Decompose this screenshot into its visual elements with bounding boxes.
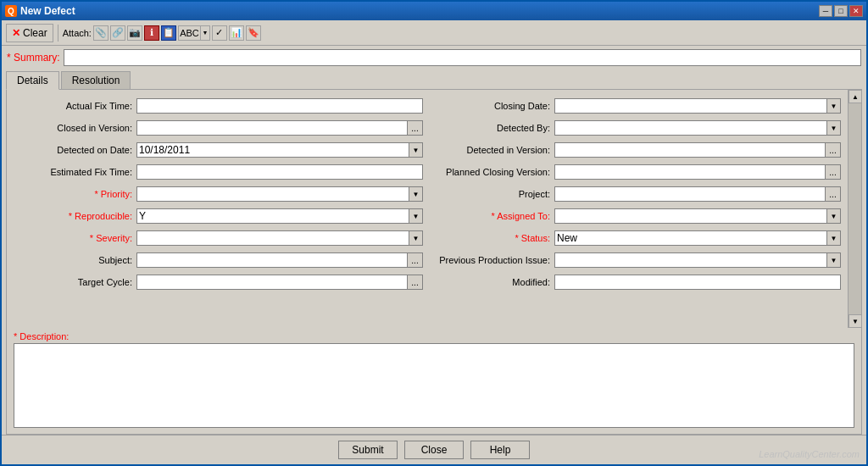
subject-input[interactable] bbox=[136, 252, 408, 268]
project-btn[interactable]: ... bbox=[826, 186, 841, 202]
check-icon[interactable]: ✓ bbox=[212, 25, 227, 41]
watermark: LearnQualityCenter.com bbox=[759, 449, 860, 459]
tab-resolution[interactable]: Resolution bbox=[61, 71, 131, 89]
detected-by-arrow[interactable]: ▼ bbox=[827, 120, 841, 136]
subject-field: ... bbox=[136, 252, 423, 268]
project-input[interactable] bbox=[554, 186, 826, 202]
clear-label: Clear bbox=[23, 27, 47, 39]
fields-outer: Actual Fix Time: Closed in Version: ... bbox=[7, 90, 861, 328]
target-cycle-btn[interactable]: ... bbox=[408, 275, 423, 290]
previous-production-issue-label: Previous Production Issue: bbox=[431, 255, 554, 265]
reproducible-select[interactable]: Y bbox=[136, 208, 409, 224]
tab-details[interactable]: Details bbox=[6, 71, 59, 90]
planned-closing-version-input[interactable] bbox=[554, 164, 826, 180]
summary-label: * Summary: bbox=[7, 52, 60, 64]
severity-arrow[interactable]: ▼ bbox=[409, 230, 423, 246]
subject-row: Subject: ... bbox=[14, 251, 423, 269]
severity-select[interactable] bbox=[136, 230, 409, 246]
status-arrow[interactable]: ▼ bbox=[827, 230, 841, 246]
link-icon[interactable]: 🔗 bbox=[110, 25, 125, 41]
help-button[interactable]: Help bbox=[470, 441, 530, 459]
priority-row: * Priority: ▼ bbox=[14, 185, 423, 203]
previous-production-issue-arrow[interactable]: ▼ bbox=[827, 252, 841, 268]
summary-input[interactable] bbox=[64, 49, 861, 66]
detected-on-date-input[interactable]: 10/18/2011 bbox=[136, 142, 409, 158]
description-label: * Description: bbox=[14, 331, 854, 341]
closed-in-version-input[interactable] bbox=[136, 120, 408, 136]
reproducible-value: Y bbox=[139, 210, 146, 222]
submit-button[interactable]: Submit bbox=[338, 441, 398, 459]
right-fields-column: Closing Date: ▼ Detected By: ▼ bbox=[431, 97, 841, 291]
maximize-button[interactable]: □ bbox=[834, 5, 848, 17]
detected-on-date-field: 10/18/2011 ▼ bbox=[136, 142, 423, 158]
previous-production-issue-field: ▼ bbox=[554, 252, 841, 268]
closing-date-select[interactable] bbox=[554, 98, 827, 114]
target-cycle-input[interactable] bbox=[136, 275, 408, 290]
spell-dropdown-arrow[interactable]: ▼ bbox=[200, 25, 210, 41]
toolbar: ✕ Clear Attach: 📎 🔗 📷 ℹ 📋 ABC ▼ ✓ 📊 🔖 bbox=[2, 20, 866, 46]
clear-x-icon: ✕ bbox=[12, 27, 20, 39]
clipboard-icon[interactable]: 📋 bbox=[161, 25, 176, 41]
vertical-scrollbar[interactable]: ▲ ▼ bbox=[848, 90, 861, 328]
previous-production-issue-row: Previous Production Issue: ▼ bbox=[431, 251, 841, 269]
project-row: Project: ... bbox=[431, 185, 841, 203]
close-button[interactable]: Close bbox=[404, 441, 464, 459]
modified-input[interactable] bbox=[554, 275, 841, 290]
target-cycle-label: Target Cycle: bbox=[14, 277, 136, 287]
closing-date-arrow[interactable]: ▼ bbox=[827, 98, 841, 114]
tabs-bar: Details Resolution bbox=[2, 69, 866, 89]
scroll-down-button[interactable]: ▼ bbox=[849, 314, 861, 328]
subject-btn[interactable]: ... bbox=[408, 252, 423, 268]
planned-closing-version-label: Planned Closing Version: bbox=[431, 167, 554, 177]
spell-check-dropdown[interactable]: ABC ▼ bbox=[178, 25, 210, 41]
severity-field: ▼ bbox=[136, 230, 423, 246]
minimize-button[interactable]: ─ bbox=[819, 5, 832, 17]
closed-in-version-btn[interactable]: ... bbox=[408, 120, 423, 136]
priority-arrow[interactable]: ▼ bbox=[409, 186, 423, 202]
project-label: Project: bbox=[431, 189, 554, 199]
main-window: Q New Defect ─ □ ✕ ✕ Clear Attach: 📎 🔗 📷… bbox=[0, 0, 868, 466]
toolbar-separator-1 bbox=[58, 25, 58, 42]
clear-button[interactable]: ✕ Clear bbox=[6, 24, 53, 42]
description-textarea[interactable] bbox=[14, 343, 854, 428]
assigned-to-select[interactable] bbox=[554, 208, 827, 224]
status-select[interactable]: New bbox=[554, 230, 827, 246]
priority-label: * Priority: bbox=[14, 189, 136, 199]
severity-label: * Severity: bbox=[14, 233, 136, 243]
reproducible-field: Y ▼ bbox=[136, 208, 423, 224]
spell-icon[interactable]: ABC bbox=[178, 25, 200, 41]
window-close-button[interactable]: ✕ bbox=[849, 5, 863, 17]
info-icon[interactable]: ℹ bbox=[144, 25, 159, 41]
target-cycle-field: ... bbox=[136, 275, 423, 290]
priority-select[interactable] bbox=[136, 186, 409, 202]
detected-in-version-input[interactable] bbox=[554, 142, 826, 158]
actual-fix-time-input[interactable] bbox=[136, 98, 423, 114]
scroll-track[interactable] bbox=[849, 103, 861, 314]
closed-in-version-label: Closed in Version: bbox=[14, 123, 136, 133]
camera-icon[interactable]: 📷 bbox=[127, 25, 142, 41]
title-bar-left: Q New Defect bbox=[5, 5, 75, 17]
summary-row: * Summary: bbox=[2, 46, 866, 69]
bookmark-icon[interactable]: 🔖 bbox=[246, 25, 261, 41]
fields-scroll[interactable]: Actual Fix Time: Closed in Version: ... bbox=[7, 90, 848, 328]
title-controls: ─ □ ✕ bbox=[819, 5, 863, 17]
target-cycle-row: Target Cycle: ... bbox=[14, 273, 423, 291]
actual-fix-time-row: Actual Fix Time: bbox=[14, 97, 423, 115]
detected-on-date-value: 10/18/2011 bbox=[139, 144, 190, 156]
reproducible-arrow[interactable]: ▼ bbox=[409, 208, 423, 224]
chart-icon[interactable]: 📊 bbox=[229, 25, 244, 41]
detected-by-select[interactable] bbox=[554, 120, 827, 136]
detected-by-field: ▼ bbox=[554, 120, 841, 136]
planned-closing-version-btn[interactable]: ... bbox=[826, 164, 841, 180]
priority-field: ▼ bbox=[136, 186, 423, 202]
scroll-up-button[interactable]: ▲ bbox=[849, 90, 861, 103]
paperclip-icon[interactable]: 📎 bbox=[93, 25, 108, 41]
detected-in-version-label: Detected in Version: bbox=[431, 145, 554, 155]
severity-row: * Severity: ▼ bbox=[14, 229, 423, 247]
assigned-to-arrow[interactable]: ▼ bbox=[827, 208, 841, 224]
detected-in-version-btn[interactable]: ... bbox=[826, 142, 841, 158]
detected-on-date-arrow[interactable]: ▼ bbox=[409, 142, 423, 158]
estimated-fix-time-input[interactable] bbox=[136, 164, 423, 180]
app-icon: Q bbox=[5, 5, 17, 17]
previous-production-issue-select[interactable] bbox=[554, 252, 827, 268]
